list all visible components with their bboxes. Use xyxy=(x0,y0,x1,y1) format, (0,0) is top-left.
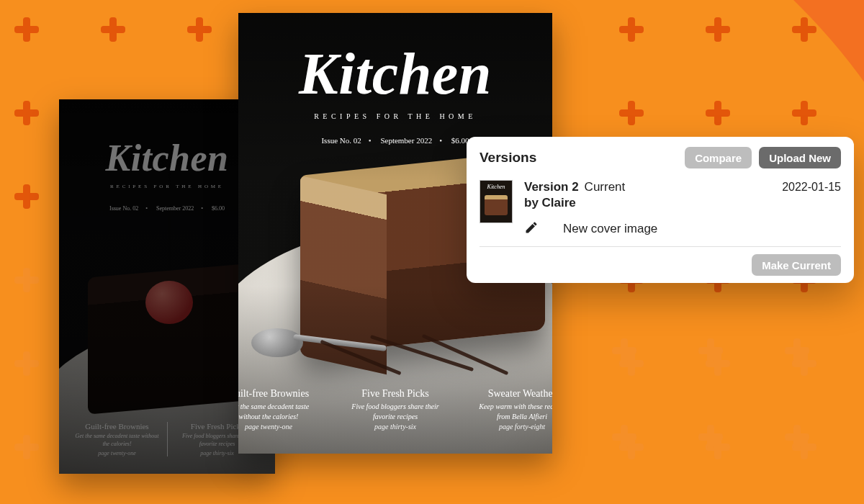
feature-heading: Guilt-free Brownies xyxy=(238,388,319,400)
bg-plus-icon xyxy=(785,338,809,363)
bg-plus-icon xyxy=(14,435,39,459)
bg-plus-icon xyxy=(792,17,816,42)
compare-button[interactable]: Compare xyxy=(685,147,752,168)
bg-plus-icon xyxy=(706,101,730,125)
bg-plus-icon xyxy=(14,101,39,125)
bg-plus-icon xyxy=(187,17,212,42)
version-author: by Claire xyxy=(524,196,841,210)
edit-icon xyxy=(524,220,539,238)
bg-plus-icon xyxy=(14,184,39,209)
upload-new-button[interactable]: Upload New xyxy=(759,147,841,168)
cover-title: Kitchen xyxy=(238,40,552,108)
bg-plus-icon xyxy=(14,268,39,292)
feature-page: page forty-eight xyxy=(472,423,552,431)
feature-desc: Five food bloggers share their favorite … xyxy=(345,402,446,421)
version-thumbnail: Kitchen xyxy=(480,180,513,223)
version-status: Current xyxy=(585,180,626,194)
bg-plus-icon xyxy=(619,17,644,42)
feature-desc: Keep warm with these recipes from Bella … xyxy=(472,402,552,421)
versions-panel: Versions Compare Upload New Kitchen Vers… xyxy=(467,137,854,283)
make-current-button[interactable]: Make Current xyxy=(752,254,841,276)
version-row[interactable]: Kitchen Version 2 Current 2022-01-15 by … xyxy=(480,180,841,247)
feature-desc: Get the same decadent taste without the … xyxy=(238,402,319,421)
versions-title: Versions xyxy=(480,150,678,166)
bg-plus-icon xyxy=(706,17,730,42)
version-date: 2022-01-15 xyxy=(782,181,841,194)
version-name: Version 2 xyxy=(524,180,579,194)
feature-page: page twenty-one xyxy=(238,423,319,431)
feature-page: page thirty-six xyxy=(345,423,446,431)
feature-heading: Five Fresh Picks xyxy=(345,388,446,400)
bg-plus-icon xyxy=(792,101,816,125)
bg-plus-icon xyxy=(619,101,644,125)
bg-plus-icon xyxy=(612,425,636,449)
cover-tagline: RECIPES FOR THE HOME xyxy=(238,112,552,120)
bg-plus-icon xyxy=(14,351,39,376)
feature-heading: Sweater Weather xyxy=(472,388,552,400)
bg-plus-icon xyxy=(698,425,723,449)
bg-plus-icon xyxy=(14,17,39,42)
version-note: New cover image xyxy=(563,222,657,236)
bg-plus-icon xyxy=(612,338,636,363)
bg-plus-icon xyxy=(698,338,723,363)
bg-plus-icon xyxy=(101,17,125,42)
bg-plus-icon xyxy=(785,425,809,449)
